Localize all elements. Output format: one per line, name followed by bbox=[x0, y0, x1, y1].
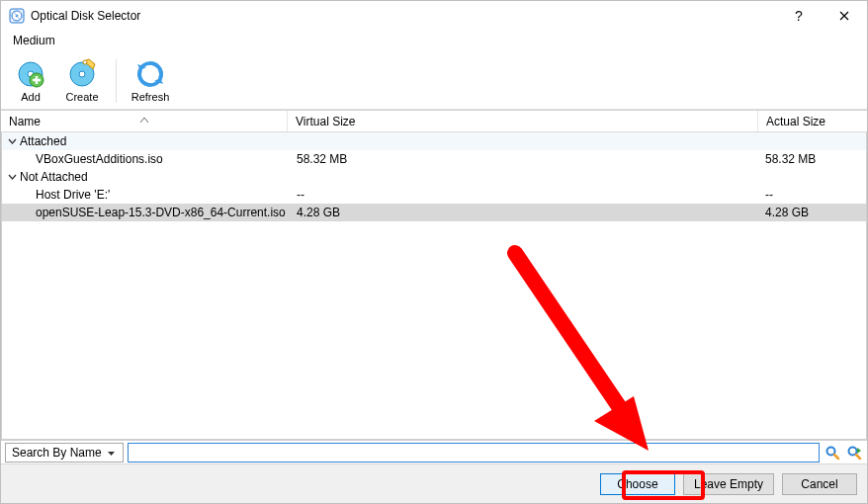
row-vsize: -- bbox=[289, 188, 757, 202]
search-input[interactable] bbox=[128, 443, 820, 462]
row-asize: 58.32 MB bbox=[757, 152, 866, 166]
search-mode-label: Search By Name bbox=[12, 446, 102, 460]
leave-empty-button[interactable]: Leave Empty bbox=[683, 473, 774, 495]
choose-button[interactable]: Choose bbox=[600, 473, 675, 495]
chevron-down-icon bbox=[6, 137, 18, 146]
disk-add-icon bbox=[15, 58, 46, 90]
col-vs-label: Virtual Size bbox=[296, 115, 355, 128]
chevron-down-icon bbox=[6, 173, 18, 182]
group-not-attached[interactable]: Not Attached bbox=[2, 168, 866, 186]
toolbar: Add Create bbox=[1, 50, 867, 110]
row-name: Host Drive 'E:' bbox=[36, 188, 110, 202]
optical-disk-icon bbox=[9, 8, 25, 24]
table-row-selected[interactable]: openSUSE-Leap-15.3-DVD-x86_64-Current.is… bbox=[2, 204, 866, 221]
close-button[interactable] bbox=[822, 1, 867, 31]
titlebar: Optical Disk Selector ? bbox=[1, 1, 867, 31]
row-name: openSUSE-Leap-15.3-DVD-x86_64-Current.is… bbox=[36, 206, 286, 219]
table-row[interactable]: Host Drive 'E:' -- -- bbox=[2, 186, 866, 204]
window-title: Optical Disk Selector bbox=[31, 9, 140, 23]
refresh-button[interactable]: Refresh bbox=[127, 54, 174, 108]
search-forward-icon[interactable] bbox=[845, 444, 863, 462]
group-label: Not Attached bbox=[20, 170, 88, 184]
create-button[interactable]: Create bbox=[58, 54, 106, 108]
refresh-label: Refresh bbox=[131, 91, 170, 103]
search-icon[interactable] bbox=[824, 444, 841, 462]
help-button[interactable]: ? bbox=[776, 1, 822, 31]
refresh-icon bbox=[134, 58, 166, 90]
col-virtual-size[interactable]: Virtual Size bbox=[288, 111, 758, 131]
col-as-label: Actual Size bbox=[766, 115, 825, 128]
col-name[interactable]: Name bbox=[1, 111, 288, 131]
row-vsize: 4.28 GB bbox=[289, 206, 757, 219]
col-actual-size[interactable]: Actual Size bbox=[758, 111, 867, 131]
create-label: Create bbox=[65, 91, 98, 103]
search-bar: Search By Name bbox=[1, 440, 867, 463]
row-vsize: 58.32 MB bbox=[289, 152, 757, 166]
chevron-down-icon bbox=[108, 446, 115, 460]
group-attached[interactable]: Attached bbox=[2, 132, 866, 150]
group-label: Attached bbox=[20, 134, 66, 148]
svg-point-8 bbox=[83, 60, 87, 64]
toolbar-separator bbox=[116, 59, 117, 103]
menubar: Medium bbox=[1, 31, 867, 50]
table-row[interactable]: VBoxGuestAdditions.iso 58.32 MB 58.32 MB bbox=[2, 150, 866, 168]
dialog-footer: Choose Leave Empty Cancel bbox=[1, 463, 867, 503]
col-name-label: Name bbox=[9, 115, 41, 128]
svg-point-7 bbox=[79, 71, 85, 77]
menu-medium[interactable]: Medium bbox=[7, 32, 61, 49]
media-table: Name Virtual Size Actual Size Attached bbox=[1, 110, 867, 440]
disk-create-icon bbox=[66, 58, 98, 90]
add-label: Add bbox=[21, 91, 41, 103]
sort-asc-icon bbox=[140, 112, 148, 126]
cancel-button[interactable]: Cancel bbox=[782, 473, 857, 495]
table-body[interactable]: Attached VBoxGuestAdditions.iso 58.32 MB… bbox=[1, 132, 867, 440]
optical-disk-selector-window: Optical Disk Selector ? Medium Add bbox=[0, 0, 868, 504]
row-name: VBoxGuestAdditions.iso bbox=[36, 152, 163, 166]
search-mode-combo[interactable]: Search By Name bbox=[5, 443, 124, 462]
table-header: Name Virtual Size Actual Size bbox=[1, 111, 867, 132]
row-asize: -- bbox=[757, 188, 866, 202]
add-button[interactable]: Add bbox=[7, 54, 54, 108]
row-asize: 4.28 GB bbox=[757, 206, 866, 219]
